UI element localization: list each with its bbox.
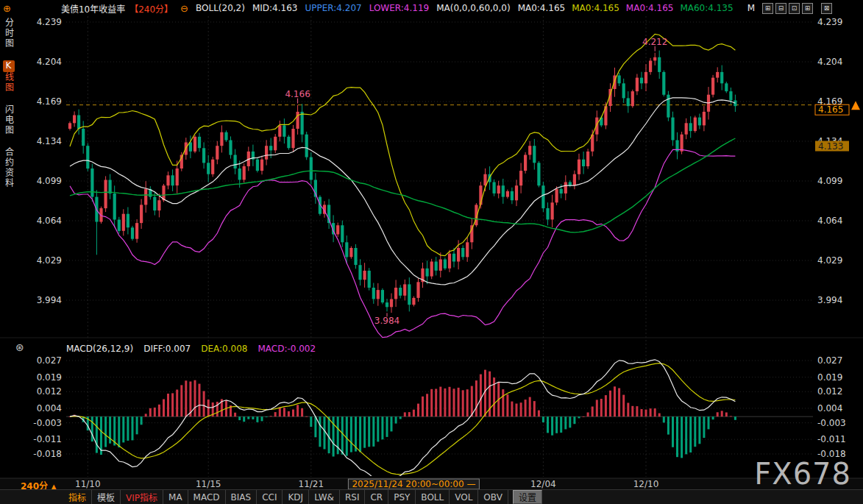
footer-tab-VOL[interactable]: VOL <box>450 490 478 504</box>
svg-text:3.994: 3.994 <box>37 295 62 305</box>
price-up-arrow-icon <box>851 101 860 110</box>
price-annotation: 4.212 <box>642 37 667 47</box>
svg-text:-0.011: -0.011 <box>817 434 846 444</box>
ma-value: MA60:4.135 <box>680 3 733 13</box>
x-axis-date: 11/10 <box>75 479 101 489</box>
svg-text:-0.018: -0.018 <box>33 449 62 459</box>
svg-text:0.019: 0.019 <box>817 372 842 383</box>
x-axis-date: 11/21 <box>299 479 324 489</box>
footer-tab-MA[interactable]: MA <box>163 490 188 504</box>
candlestick-chart[interactable]: 4.2394.2394.2044.2044.1694.1694.1344.134… <box>0 0 863 504</box>
footer-tab-指标[interactable]: 指标 <box>63 490 92 504</box>
x-axis-date: 11/15 <box>196 479 221 489</box>
close-window-icon[interactable]: ⊠ <box>821 3 832 14</box>
candles <box>68 51 737 313</box>
footer-tab-MACD[interactable]: MACD <box>188 490 226 504</box>
footer-tab-CCI[interactable]: CCI <box>257 490 283 504</box>
svg-text:0.027: 0.027 <box>817 355 842 366</box>
window-controls: ⊞⊟⊡⊞⊠ <box>762 3 832 14</box>
macd-settings-icon[interactable]: ⊛ <box>15 341 24 353</box>
svg-text:0.004: 0.004 <box>817 403 842 414</box>
svg-text:4.134: 4.134 <box>37 136 62 146</box>
footer-tab-CR[interactable]: CR <box>365 490 388 504</box>
boll-lower-value: LOWER:4.119 <box>369 3 430 13</box>
sidebar-item-合约资料[interactable]: 合约资料 <box>3 147 15 188</box>
m-label: M <box>747 3 755 13</box>
macd-macd-value: MACD:-0.002 <box>258 344 316 354</box>
ma-value: MA0:4.165 <box>626 3 674 13</box>
period-tag[interactable]: 【240分】 <box>129 2 173 15</box>
svg-text:0.012: 0.012 <box>817 386 842 397</box>
active-marker: K <box>3 60 15 72</box>
footer-tab-RSI[interactable]: RSI <box>340 490 366 504</box>
sidebar-item-label: 线图 <box>4 72 14 93</box>
ma-config-label: MA(0,0,0,60,0,0) <box>436 3 510 13</box>
macd-dea-value: DEA:0.008 <box>201 344 247 354</box>
footer-tab-设置[interactable]: 设置 <box>513 490 542 504</box>
diff-line <box>70 360 735 482</box>
ma-values: MA0:4.165MA0:4.165MA0:4.165MA60:4.135 <box>518 3 740 13</box>
price-annotation: 4.166 <box>285 89 310 99</box>
watermark: FX678 <box>754 457 851 491</box>
svg-text:4.029: 4.029 <box>37 255 62 266</box>
add-window-icon[interactable]: ⊞ <box>762 3 773 14</box>
indicator-tab-bar: 指标模板VIP指标MAMACDBIASCCIKDJLW&RSICRPSYBOLL… <box>0 489 863 504</box>
footer-tab-OBV[interactable]: OBV <box>478 490 508 504</box>
macd-legend: MACD(26,12,9) DIFF:0.007 DEA:0.008 MACD:… <box>66 344 316 354</box>
svg-text:4.169: 4.169 <box>37 96 62 107</box>
footer-tab-模板[interactable]: 模板 <box>92 490 121 504</box>
boll-lower-line <box>70 149 735 337</box>
app-logo-icon[interactable]: ⊕ <box>3 3 11 14</box>
current-range-label: 2025/11/24 20:00~00:00 — <box>352 479 475 489</box>
boll-params-label: BOLL(20,2) <box>196 3 245 13</box>
instrument-title: 美债10年收益率 <box>61 2 125 15</box>
x-axis-date: 12/10 <box>633 479 659 489</box>
sidebar-item-闪电图[interactable]: 闪电图 <box>3 104 15 135</box>
footer-tab-VIP指标[interactable]: VIP指标 <box>121 490 163 504</box>
svg-text:4.204: 4.204 <box>37 57 62 67</box>
svg-text:4.099: 4.099 <box>37 176 62 186</box>
boll-mid-line <box>70 98 735 285</box>
ma60-line <box>70 138 735 233</box>
sidebar-item-K线图[interactable]: K线图 <box>3 60 15 93</box>
macd-diff-value: DIFF:0.007 <box>143 344 191 354</box>
footer-tab-BOLL[interactable]: BOLL <box>416 490 450 504</box>
layout-window-icon[interactable]: ⊞ <box>802 3 813 14</box>
svg-text:4.029: 4.029 <box>817 255 842 266</box>
split-window-icon[interactable]: ⊟ <box>775 3 786 14</box>
chart-window-icon[interactable]: ⊡ <box>789 3 800 14</box>
svg-text:4.064: 4.064 <box>37 216 62 226</box>
svg-text:4.239: 4.239 <box>817 17 842 27</box>
svg-text:4.204: 4.204 <box>817 57 842 67</box>
macd-histogram <box>69 370 736 458</box>
collapse-icon[interactable]: ⊖ <box>180 3 188 14</box>
top-toolbar: ⊕ 美债10年收益率 【240分】 ⊖ BOLL(20,2) MID:4.163… <box>0 0 863 16</box>
svg-text:0.004: 0.004 <box>37 403 62 414</box>
dea-line <box>70 363 735 475</box>
boll-upper-value: UPPER:4.207 <box>305 3 361 13</box>
footer-tab-BIAS[interactable]: BIAS <box>226 490 258 504</box>
svg-text:4.165: 4.165 <box>818 104 843 115</box>
sidebar-item-分时图[interactable]: 分时图 <box>3 18 15 49</box>
macd-params-label: MACD(26,12,9) <box>66 344 133 354</box>
ma-value: MA0:4.165 <box>572 3 619 13</box>
x-axis-date: 12/04 <box>530 479 556 489</box>
svg-text:-0.003: -0.003 <box>33 418 62 428</box>
footer-tab-LW&[interactable]: LW& <box>309 490 340 504</box>
footer-tab-KDJ[interactable]: KDJ <box>283 490 309 504</box>
svg-text:4.239: 4.239 <box>37 17 62 27</box>
chart-app: ⊕ 美债10年收益率 【240分】 ⊖ BOLL(20,2) MID:4.163… <box>0 0 863 504</box>
svg-text:0.012: 0.012 <box>37 386 62 397</box>
svg-text:4.064: 4.064 <box>817 216 842 226</box>
svg-text:-0.003: -0.003 <box>817 418 846 428</box>
price-annotation: 3.984 <box>374 316 399 326</box>
ma-value: MA0:4.165 <box>518 3 566 13</box>
svg-text:-0.011: -0.011 <box>33 434 62 444</box>
svg-text:4.099: 4.099 <box>817 176 842 186</box>
left-sidebar: 分时图K线图闪电图合约资料 <box>0 18 18 460</box>
svg-text:0.027: 0.027 <box>37 355 62 366</box>
svg-text:4.133: 4.133 <box>818 141 843 152</box>
svg-text:3.994: 3.994 <box>817 295 842 305</box>
boll-upper-line <box>70 34 735 255</box>
footer-tab-PSY[interactable]: PSY <box>388 490 416 504</box>
